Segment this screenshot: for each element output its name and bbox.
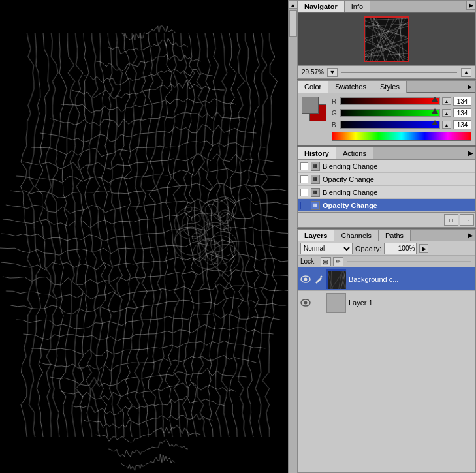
blue-label: B [332,121,338,129]
red-value[interactable]: 134 [453,97,471,106]
history-btn-2[interactable]: → [460,214,474,226]
history-list: ▦ Blending Change ▦ Opacity Change ▦ Ble… [298,159,475,212]
history-btn-1[interactable]: □ [444,214,458,226]
opacity-input[interactable] [384,243,417,254]
blue-slider-row: B ▲ 134 [332,120,471,129]
color-swatches-area: R ▲ 134 G ▲ 134 [302,97,471,141]
lock-paint-btn[interactable]: ✏ [333,257,343,266]
wireframe-canvas[interactable] [0,0,297,473]
layer-brush-background [313,274,324,284]
svg-point-2 [321,275,323,277]
layer-thumb-background [326,269,346,289]
layer-name-background: Background c... [349,275,473,283]
color-panel: Color Swatches Styles ▶ R ▲ [297,80,476,145]
navigator-tab-bar: Navigator Info ▶ [298,1,475,13]
layer-item-background[interactable]: Background c... [298,267,475,291]
blue-slider-track[interactable] [340,121,440,129]
zoom-out-btn[interactable]: ▼ [327,68,338,77]
layer-name-1: Layer 1 [349,299,473,307]
color-sliders: R ▲ 134 G ▲ 134 [332,97,471,141]
tab-navigator[interactable]: Navigator [298,1,345,12]
navigator-zoom-bar: 29.57% ▼ ▲ [298,65,475,78]
tab-styles[interactable]: Styles [373,81,407,93]
red-label: R [332,98,338,105]
navigator-preview-image [364,16,409,62]
navigator-preview [298,13,475,65]
tab-actions[interactable]: Actions [336,147,373,159]
green-slider-track[interactable] [340,109,440,117]
history-icon-3: ▦ [311,188,320,197]
navigator-panel: Navigator Info ▶ 29.57% ▼ ▲ [297,0,476,79]
layers-panel: Layers Channels Paths ▶ Normal Multiply … [297,229,476,473]
zoom-in-btn[interactable]: ▲ [461,68,471,77]
history-item-4[interactable]: ▦ Opacity Change [298,199,475,212]
history-check-3 [300,189,308,196]
layer-item-1[interactable]: Layer 1 [298,291,475,314]
history-check-1 [300,162,308,170]
blue-slider-btn[interactable]: ▲ [442,121,451,129]
history-item-3[interactable]: ▦ Blending Change [298,186,475,199]
history-panel: History Actions ▶ ▦ Blending Change ▦ Op… [297,147,476,228]
zoom-percentage: 29.57% [302,69,325,76]
green-slider-btn[interactable]: ▲ [442,109,451,117]
history-label-2: Opacity Change [323,175,374,183]
lock-transparent-btn[interactable]: ▨ [321,257,331,266]
right-panel: Navigator Info ▶ 29.57% ▼ ▲ Color Swatch… [297,0,476,473]
tab-channels[interactable]: Channels [334,230,378,241]
layer-eye-1[interactable] [300,298,311,308]
navigator-thumbnail [365,18,408,61]
layer-eye-background[interactable] [300,274,311,284]
history-check-2 [300,175,308,183]
red-slider-row: R ▲ 134 [332,97,471,106]
red-slider-track[interactable] [340,97,440,105]
blend-mode-select[interactable]: Normal Multiply Screen Overlay [300,243,353,254]
layers-corner-btn[interactable]: ▶ [466,231,475,240]
scroll-thumb[interactable] [289,10,297,37]
history-icon-4: ▦ [311,201,320,210]
tab-history[interactable]: History [298,147,336,159]
blue-value[interactable]: 134 [453,120,471,129]
vertical-scrollbar[interactable]: ▲ [288,0,297,473]
green-slider-row: G ▲ 134 [332,108,471,117]
tab-swatches[interactable]: Swatches [328,81,373,93]
color-body: R ▲ 134 G ▲ 134 [298,93,475,145]
opacity-label: Opacity: [355,245,381,252]
history-tab-bar: History Actions ▶ [298,147,475,159]
layer-thumb-1 [326,293,346,313]
foreground-color-box[interactable] [302,97,319,114]
layers-toolbar: Normal Multiply Screen Overlay Opacity: … [298,241,475,256]
layer-brush-1 [313,298,324,308]
history-buttons: □ → [298,212,475,227]
tab-paths[interactable]: Paths [379,230,411,241]
color-spectrum-ramp[interactable] [332,132,471,141]
green-label: G [332,110,338,117]
scroll-arrow-up[interactable]: ▲ [289,0,298,9]
tab-layers[interactable]: Layers [298,230,334,241]
history-corner-btn[interactable]: ▶ [466,149,475,158]
canvas-area: ▲ [0,0,297,473]
red-slider-thumb[interactable] [432,97,438,102]
history-label-1: Blending Change [323,162,377,170]
color-tab-bar: Color Swatches Styles ▶ [298,81,475,93]
tab-color[interactable]: Color [298,81,328,93]
color-close-btn[interactable]: ▶ [465,82,474,91]
opacity-arrow-btn[interactable]: ▶ [419,244,428,253]
history-item-1[interactable]: ▦ Blending Change [298,160,475,173]
red-slider-btn[interactable]: ▲ [442,97,451,105]
lock-label: Lock: [300,258,316,265]
green-value[interactable]: 134 [453,108,471,117]
history-label-3: Blending Change [323,189,377,196]
navigator-close-btn[interactable]: ▶ [466,1,475,10]
tab-info[interactable]: Info [345,1,370,12]
svg-point-1 [304,277,308,281]
layers-tab-bar: Layers Channels Paths ▶ [298,230,475,241]
foreground-background-selector[interactable] [302,97,328,123]
green-slider-thumb[interactable] [432,108,438,114]
background-layer-thumbnail [328,271,346,289]
layers-lock-row: Lock: ▨ ✏ [298,256,475,267]
svg-point-4 [304,301,308,304]
history-icon-1: ▦ [311,162,320,171]
blue-slider-thumb[interactable] [432,120,438,125]
history-icon-2: ▦ [311,175,320,184]
history-item-2[interactable]: ▦ Opacity Change [298,173,475,186]
